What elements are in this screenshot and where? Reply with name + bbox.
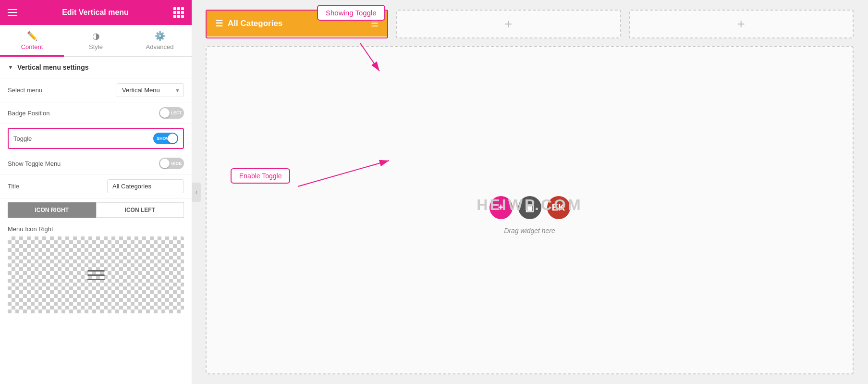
tab-advanced[interactable]: ⚙️ Advanced bbox=[128, 25, 192, 57]
menu-bar-left-icon: ☰ bbox=[215, 18, 223, 29]
select-menu-label: Select menu bbox=[8, 87, 42, 94]
icon-preview-section: Menu Icon Right bbox=[0, 222, 192, 317]
icon-position-row: ICON RIGHT ICON LEFT bbox=[8, 202, 184, 218]
add-column-2[interactable]: + bbox=[629, 10, 854, 38]
vertical-menu-widget: ☰ All Categories ☰ bbox=[206, 10, 388, 38]
tab-style[interactable]: ◑ Style bbox=[64, 25, 128, 57]
content-tab-icon: ✏️ bbox=[27, 31, 37, 41]
icon-preview-label: Menu Icon Right bbox=[8, 225, 184, 233]
badge-toggle-text: LEFT bbox=[171, 111, 182, 115]
toggle-label: Toggle bbox=[13, 135, 32, 142]
select-menu-row: Select menu Vertical Menu Primary Menu F… bbox=[0, 78, 192, 102]
icon-preview-box bbox=[8, 236, 184, 313]
style-tab-icon: ◑ bbox=[92, 31, 100, 41]
toggle-switch[interactable]: SHOW bbox=[153, 133, 178, 144]
tab-content[interactable]: ✏️ Content bbox=[0, 25, 64, 57]
show-toggle-menu-thumb bbox=[160, 159, 170, 168]
add-column-1[interactable]: + bbox=[396, 10, 621, 38]
badge-toggle-track[interactable]: LEFT bbox=[159, 107, 184, 119]
panel-header: Edit Vertical menu bbox=[0, 0, 192, 25]
badge-position-label: Badge Position bbox=[8, 110, 49, 117]
show-toggle-menu-toggle[interactable]: HIDE bbox=[159, 158, 184, 169]
tab-advanced-label: Advanced bbox=[146, 43, 174, 50]
show-toggle-menu-row: Show Toggle Menu HIDE bbox=[0, 153, 192, 174]
title-row: Title bbox=[0, 174, 192, 198]
add-column-1-icon: + bbox=[504, 16, 512, 32]
canvas-bottom-area[interactable]: HEIWP.COM + ▣ EK Drag widget here bbox=[206, 46, 854, 374]
title-input[interactable] bbox=[107, 179, 184, 193]
panel-content: ▼ Vertical menu settings Select menu Ver… bbox=[0, 57, 192, 384]
canvas-content: ☰ All Categories ☰ + + HEIWP.COM + ▣ E bbox=[192, 0, 868, 384]
panel-title: Edit Vertical menu bbox=[62, 8, 129, 17]
grid-icon[interactable] bbox=[173, 7, 184, 18]
menu-bar-title-group: ☰ All Categories bbox=[215, 18, 282, 29]
show-toggle-menu-label: Show Toggle Menu bbox=[8, 160, 61, 167]
select-menu-dropdown[interactable]: Vertical Menu Primary Menu Footer Menu bbox=[117, 83, 184, 97]
right-canvas: ‹ ☰ All Categories ☰ + + bbox=[192, 0, 868, 384]
tabs-bar: ✏️ Content ◑ Style ⚙️ Advanced bbox=[0, 25, 192, 57]
badge-position-toggle[interactable]: LEFT bbox=[159, 107, 184, 119]
tab-content-label: Content bbox=[21, 43, 43, 50]
section-header: ▼ Vertical menu settings bbox=[0, 57, 192, 78]
section-title: Vertical menu settings bbox=[17, 63, 89, 71]
toggle-row-highlighted: Toggle SHOW bbox=[8, 128, 184, 149]
menu-bar: ☰ All Categories ☰ bbox=[207, 11, 387, 37]
collapse-handle[interactable]: ‹ bbox=[192, 183, 201, 202]
menu-bar-right-icon: ☰ bbox=[371, 18, 379, 29]
watermark: HEIWP.COM bbox=[477, 196, 582, 214]
section-arrow-icon: ▼ bbox=[8, 64, 13, 71]
add-column-2-icon: + bbox=[737, 16, 745, 32]
show-toggle-menu-track[interactable]: HIDE bbox=[159, 158, 184, 169]
icon-left-button[interactable]: ICON LEFT bbox=[96, 202, 184, 218]
badge-position-row: Badge Position LEFT bbox=[0, 102, 192, 124]
badge-toggle-thumb bbox=[160, 108, 170, 118]
icon-right-button[interactable]: ICON RIGHT bbox=[8, 202, 96, 218]
left-panel: Edit Vertical menu ✏️ Content ◑ Style ⚙️… bbox=[0, 0, 192, 384]
select-menu-wrapper: Vertical Menu Primary Menu Footer Menu ▼ bbox=[117, 83, 184, 97]
canvas-top-row: ☰ All Categories ☰ + + bbox=[206, 10, 854, 38]
tab-style-label: Style bbox=[89, 43, 103, 50]
show-toggle-menu-text: HIDE bbox=[171, 161, 182, 166]
title-label: Title bbox=[8, 183, 19, 190]
drag-widget-text: Drag widget here bbox=[504, 227, 555, 235]
hamburger-icon[interactable] bbox=[8, 9, 17, 16]
menu-bar-title: All Categories bbox=[228, 19, 282, 28]
hamburger-preview-icon bbox=[87, 270, 105, 280]
advanced-tab-icon: ⚙️ bbox=[155, 31, 165, 41]
toggle-track[interactable]: SHOW bbox=[153, 133, 178, 144]
toggle-thumb bbox=[168, 134, 177, 143]
